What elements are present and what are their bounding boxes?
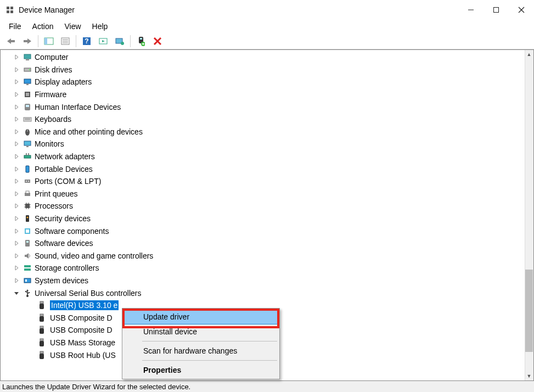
chevron-right-icon[interactable] xyxy=(13,252,20,260)
svg-rect-111 xyxy=(40,351,43,354)
tree-category[interactable]: Software components xyxy=(1,225,525,237)
chevron-right-icon[interactable] xyxy=(13,177,20,185)
tree-category-label: Portable Devices xyxy=(35,165,93,173)
tree-category-label: Universal Serial Bus controllers xyxy=(35,289,142,298)
chevron-right-icon[interactable] xyxy=(13,103,20,111)
tree-category[interactable]: Firmware xyxy=(1,88,525,101)
svg-marker-102 xyxy=(26,289,29,291)
back-button[interactable] xyxy=(3,34,19,48)
chevron-right-icon[interactable] xyxy=(13,239,20,247)
minimize-button[interactable] xyxy=(458,0,484,20)
tree-category[interactable]: Monitors xyxy=(1,138,525,150)
menu-file[interactable]: File xyxy=(4,21,26,32)
chevron-right-icon[interactable] xyxy=(13,115,20,123)
tree-device-label: USB Composite D xyxy=(50,326,113,334)
ctx-separator xyxy=(142,360,277,361)
computer-icon xyxy=(23,52,32,62)
chevron-right-icon[interactable] xyxy=(13,78,20,86)
forward-button[interactable] xyxy=(20,34,35,48)
chevron-right-icon[interactable] xyxy=(13,66,20,74)
chevron-right-icon[interactable] xyxy=(13,53,20,61)
menu-action[interactable]: Action xyxy=(28,21,58,32)
scan-hardware-button[interactable] xyxy=(95,34,111,48)
svg-marker-92 xyxy=(15,278,18,283)
tree-category[interactable]: Processors xyxy=(1,200,525,212)
chevron-right-icon[interactable] xyxy=(13,277,20,284)
svg-rect-90 xyxy=(24,265,31,267)
svg-rect-109 xyxy=(40,339,43,341)
tree-category[interactable]: Ports (COM & LPT) xyxy=(1,175,525,188)
chevron-right-icon[interactable] xyxy=(13,140,20,148)
tree-category[interactable]: Keyboards xyxy=(1,113,525,126)
chevron-right-icon[interactable] xyxy=(13,165,20,173)
toolbar-separator xyxy=(38,35,38,47)
tree-category[interactable]: Print queues xyxy=(1,188,525,200)
cpu-icon xyxy=(23,201,32,211)
system-icon xyxy=(23,276,32,285)
security-icon xyxy=(23,214,32,223)
tree-category[interactable]: Software devices xyxy=(1,237,525,250)
chevron-right-icon[interactable] xyxy=(13,227,20,235)
menu-view[interactable]: View xyxy=(60,21,85,32)
uninstall-button[interactable] xyxy=(150,34,165,48)
properties-button[interactable] xyxy=(58,34,73,48)
tree-device-label: USB Root Hub (US xyxy=(50,351,116,360)
tree-category[interactable]: Security devices xyxy=(1,212,525,225)
tree-category[interactable]: Mice and other pointing devices xyxy=(1,126,525,138)
svg-rect-112 xyxy=(40,354,44,359)
tree-category[interactable]: Computer xyxy=(1,51,525,64)
update-driver-tb-button[interactable] xyxy=(112,34,127,48)
svg-rect-41 xyxy=(26,93,29,96)
chevron-right-icon[interactable] xyxy=(13,190,20,198)
show-hide-tree-button[interactable] xyxy=(41,34,57,48)
menu-help[interactable]: Help xyxy=(88,21,113,32)
svg-rect-25 xyxy=(140,38,142,40)
chevron-right-icon[interactable] xyxy=(13,215,20,222)
scroll-thumb[interactable] xyxy=(525,270,533,352)
svg-rect-67 xyxy=(26,191,29,193)
svg-marker-87 xyxy=(15,254,18,258)
vertical-scrollbar[interactable]: ▲ ▼ xyxy=(525,50,533,380)
tree-category[interactable]: Storage controllers xyxy=(1,262,525,275)
monitor-icon xyxy=(23,139,32,149)
ctx-properties[interactable]: Properties xyxy=(123,362,278,378)
app-icon xyxy=(5,5,14,14)
svg-rect-91 xyxy=(24,268,31,271)
tree-category[interactable]: Universal Serial Bus controllers xyxy=(1,287,525,299)
svg-marker-52 xyxy=(15,142,18,146)
svg-rect-69 xyxy=(25,204,30,208)
svg-point-63 xyxy=(26,181,27,182)
enable-device-button[interactable] xyxy=(133,34,149,48)
maximize-button[interactable] xyxy=(484,0,509,20)
help-button[interactable]: ? xyxy=(79,34,94,48)
chevron-right-icon[interactable] xyxy=(13,128,20,136)
tree-category[interactable]: Portable Devices xyxy=(1,163,525,175)
scroll-down-button[interactable]: ▼ xyxy=(525,372,533,380)
tree-category[interactable]: Network adapters xyxy=(1,150,525,163)
tree-category[interactable]: Disk drives xyxy=(1,64,525,76)
close-button[interactable] xyxy=(509,0,534,20)
chevron-right-icon[interactable] xyxy=(13,91,20,98)
ctx-uninstall-device[interactable]: Uninstall device xyxy=(123,324,278,339)
disk-icon xyxy=(23,65,32,75)
chevron-right-icon[interactable] xyxy=(13,202,20,210)
svg-rect-108 xyxy=(40,328,44,334)
ctx-scan-hardware[interactable]: Scan for hardware changes xyxy=(123,343,278,359)
titlebar: Device Manager xyxy=(0,0,534,20)
ctx-update-driver[interactable]: Update driver xyxy=(123,309,279,324)
svg-rect-3 xyxy=(10,10,13,13)
tree-category[interactable]: Human Interface Devices xyxy=(1,100,525,113)
svg-marker-65 xyxy=(15,192,18,196)
tree-category[interactable]: Sound, video and game controllers xyxy=(1,250,525,262)
scroll-up-button[interactable]: ▲ xyxy=(525,50,533,59)
svg-rect-60 xyxy=(26,166,29,172)
svg-rect-107 xyxy=(40,326,43,328)
chevron-right-icon[interactable] xyxy=(13,153,20,160)
chevron-down-icon[interactable] xyxy=(13,289,20,297)
tree-category[interactable]: Display adapters xyxy=(1,76,525,88)
chevron-right-icon[interactable] xyxy=(13,264,20,272)
tree-category[interactable]: System devices xyxy=(1,275,525,287)
tree-category-label: Human Interface Devices xyxy=(35,103,121,111)
context-menu: Update driver Uninstall device Scan for … xyxy=(122,308,280,379)
usb-device-icon xyxy=(37,313,47,323)
